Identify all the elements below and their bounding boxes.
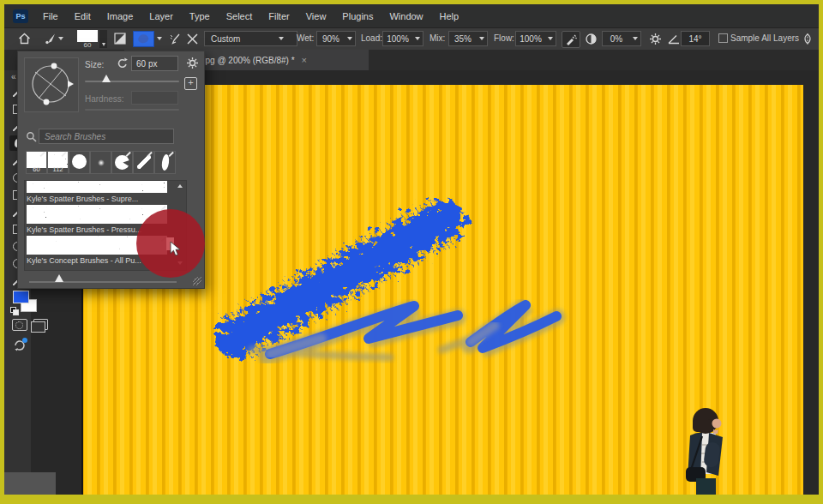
options-bar: 60 Custom Wet: 90% Load: 100% Mix: 35% F… (4, 28, 819, 51)
load-value[interactable]: 100% (382, 31, 413, 46)
collapse-toolbar-icon[interactable]: « (11, 72, 15, 81)
hardness-slider-track (85, 109, 179, 111)
airbrush-toggle-icon[interactable] (562, 31, 580, 48)
menu-item-type[interactable]: Type (189, 11, 210, 21)
preset-combo-caret (279, 37, 284, 40)
mix-caret[interactable] (476, 31, 488, 46)
smoothing-caret[interactable] (629, 31, 641, 46)
hardness-label: Hardness: (85, 94, 124, 104)
clean-brush-icon[interactable] (167, 31, 183, 46)
brush-thumb-spatter-112[interactable]: 112 (47, 151, 69, 174)
photoshop-logo[interactable]: Ps (13, 9, 28, 23)
panel-resize-grip[interactable] (193, 277, 201, 285)
sync-rotate-icon[interactable] (12, 337, 29, 352)
search-brushes-input[interactable] (39, 129, 174, 144)
menu-item-edit[interactable]: Edit (75, 11, 91, 21)
load-caret[interactable] (412, 31, 424, 46)
brush-size-readout: 60 (77, 41, 98, 49)
sample-all-layers-label: Sample All Layers (730, 33, 799, 43)
search-icon (26, 131, 37, 142)
mixer-brush-tool-icon[interactable] (42, 31, 57, 46)
tool-preset-caret[interactable] (58, 37, 63, 40)
current-brush-load-swatch[interactable] (133, 31, 154, 47)
quick-mask-icon[interactable] (12, 319, 27, 331)
home-button[interactable] (16, 31, 32, 46)
load-label: Load: (361, 33, 382, 43)
tab-close-icon[interactable]: × (302, 55, 307, 65)
foreground-color-swatch[interactable] (13, 291, 29, 303)
brush-thumb-hard-round[interactable] (69, 151, 90, 174)
photoshop-window: Ps File Edit Image Layer Type Select Fil… (4, 4, 819, 495)
hardness-input (131, 91, 178, 105)
smoothing-value[interactable]: 0% (602, 31, 631, 46)
brush-list-item[interactable]: Kyle's Spatter Brushes - Supre... (27, 181, 171, 203)
mix-label: Mix: (430, 33, 445, 43)
menu-item-filter[interactable]: Filter (268, 11, 289, 21)
menu-item-window[interactable]: Window (389, 11, 423, 21)
smoothing-crescent-icon (583, 31, 598, 46)
size-label: Size: (85, 60, 104, 69)
add-brush-icon[interactable]: + (184, 77, 197, 90)
status-area (4, 472, 56, 495)
brush-angle-control[interactable] (24, 57, 79, 112)
menu-item-view[interactable]: View (306, 11, 327, 21)
brush-thumb-soft-round[interactable] (90, 151, 111, 174)
brush-angle-value[interactable]: 14° (681, 31, 710, 46)
person-figure (686, 408, 723, 495)
size-input[interactable] (131, 56, 178, 71)
stroke-preview-slider-thumb[interactable] (55, 274, 63, 282)
brush-thumb-spatter-60[interactable]: 60 (26, 151, 47, 174)
menu-item-select[interactable]: Select (226, 11, 253, 21)
brush-preset-preview[interactable]: 60 (77, 30, 98, 44)
stroke-preview-slider-track[interactable] (29, 281, 177, 283)
crossed-brushes-icon[interactable] (184, 31, 200, 46)
brush-thumb-angled[interactable] (133, 151, 154, 174)
flow-caret[interactable] (544, 31, 556, 46)
toggle-brush-settings-icon[interactable] (112, 31, 128, 46)
menu-item-image[interactable]: Image (107, 11, 134, 21)
brush-thumb-wedge[interactable] (111, 151, 133, 174)
brush-name: Kyle's Spatter Brushes - Supre... (27, 195, 171, 203)
scroll-up-icon[interactable] (177, 184, 183, 188)
size-slider-thumb[interactable] (102, 75, 111, 82)
sample-all-layers-checkbox[interactable] (718, 33, 728, 43)
brush-angle-icon (666, 31, 682, 46)
menu-item-help[interactable]: Help (440, 11, 460, 21)
wet-caret[interactable] (344, 31, 356, 46)
wet-value[interactable]: 90% (316, 31, 345, 46)
menu-bar: Ps File Edit Image Layer Type Select Fil… (4, 4, 819, 28)
flow-value[interactable]: 100% (515, 31, 546, 46)
default-colors-icon[interactable] (10, 307, 18, 315)
menu-item-layer[interactable]: Layer (149, 11, 173, 21)
brush-thumb-flat-oval[interactable] (154, 151, 176, 174)
screenshot-frame: Ps File Edit Image Layer Type Select Fil… (0, 0, 823, 504)
mouse-cursor (170, 241, 182, 256)
mix-value[interactable]: 35% (448, 31, 478, 46)
flow-label: Flow: (494, 33, 514, 43)
panel-gear-icon[interactable] (186, 57, 199, 69)
size-slider-track[interactable] (85, 81, 179, 82)
brush-preset-picker-caret[interactable] (99, 30, 107, 48)
menu-item-plugins[interactable]: Plugins (342, 11, 373, 21)
paint-symmetry-icon[interactable] (800, 31, 815, 46)
wet-label: Wet: (297, 33, 314, 43)
reset-size-icon[interactable] (117, 57, 129, 69)
menu-item-file[interactable]: File (43, 11, 58, 21)
screen-mode-icon[interactable] (33, 319, 48, 330)
brush-load-caret[interactable] (157, 37, 162, 40)
smoothing-gear-icon[interactable] (647, 31, 663, 46)
